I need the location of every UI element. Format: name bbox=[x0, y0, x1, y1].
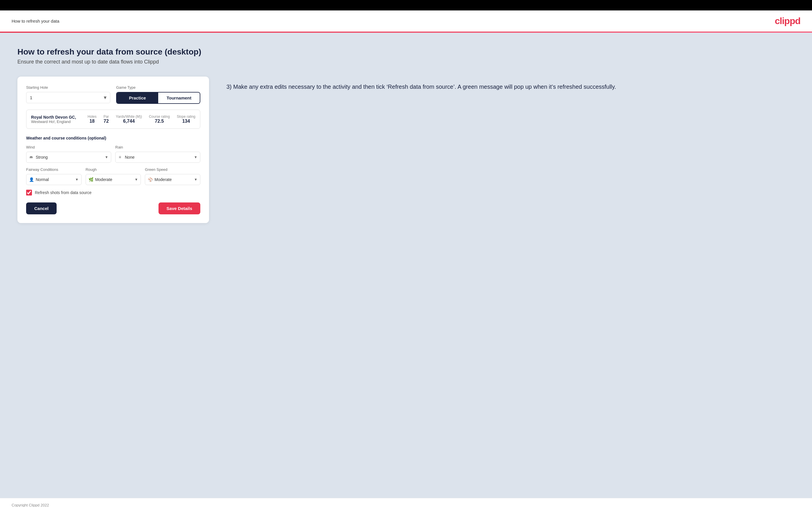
page-subtitle: Ensure the correct and most up to date d… bbox=[17, 59, 795, 65]
game-type-toggle: Practice Tournament bbox=[116, 92, 200, 104]
rain-select[interactable]: None Light Heavy bbox=[115, 152, 200, 163]
par-value: 72 bbox=[103, 119, 109, 124]
form-buttons: Cancel Save Details bbox=[26, 203, 200, 214]
green-speed-label: Green Speed bbox=[145, 167, 200, 172]
refresh-checkbox[interactable] bbox=[26, 190, 32, 195]
page-breadcrumb: How to refresh your data bbox=[12, 18, 59, 23]
rough-select[interactable]: Moderate Light Heavy bbox=[86, 174, 141, 185]
rain-label: Rain bbox=[115, 145, 200, 149]
yards-stat: Yards/White (M)) 6,744 bbox=[116, 115, 142, 124]
footer: Copyright Clippd 2022 bbox=[0, 498, 812, 507]
holes-label: Holes bbox=[88, 115, 97, 119]
yards-value: 6,744 bbox=[116, 119, 142, 124]
fairway-group: Fairway Conditions 👤 Normal Soft Hard ▼ bbox=[26, 167, 82, 185]
course-rating-stat: Course rating 72.5 bbox=[149, 115, 170, 124]
slope-rating-stat: Slope rating 134 bbox=[177, 115, 195, 124]
save-button[interactable]: Save Details bbox=[158, 203, 200, 214]
rough-label: Rough bbox=[86, 167, 141, 172]
cancel-button[interactable]: Cancel bbox=[26, 203, 57, 214]
fairway-select[interactable]: Normal Soft Hard bbox=[26, 174, 82, 185]
rain-group: Rain ☀ None Light Heavy ▼ bbox=[115, 145, 200, 163]
side-instruction: 3) Make any extra edits necessary to the… bbox=[226, 76, 795, 91]
wind-group: Wind 🌧 Strong Light None ▼ bbox=[26, 145, 111, 163]
course-row: Royal North Devon GC, Westward Ho!, Engl… bbox=[26, 110, 200, 129]
logo: clippd bbox=[775, 16, 800, 26]
course-stats: Holes 18 Par 72 Yards/White (M)) 6,744 C… bbox=[88, 115, 195, 124]
refresh-checkbox-row: Refresh shots from data source bbox=[26, 190, 200, 195]
starting-hole-label: Starting Hole bbox=[26, 85, 110, 90]
copyright-text: Copyright Clippd 2022 bbox=[12, 503, 49, 507]
page-title: How to refresh your data from source (de… bbox=[17, 47, 795, 57]
holes-stat: Holes 18 bbox=[88, 115, 97, 124]
course-name: Royal North Devon GC, bbox=[31, 115, 82, 119]
refresh-checkbox-label[interactable]: Refresh shots from data source bbox=[35, 190, 92, 195]
wind-select[interactable]: Strong Light None bbox=[26, 152, 111, 163]
course-info: Royal North Devon GC, Westward Ho!, Engl… bbox=[31, 115, 82, 124]
course-rating-value: 72.5 bbox=[149, 119, 170, 124]
course-rating-label: Course rating bbox=[149, 115, 170, 119]
starting-hole-select[interactable]: 1 10 bbox=[26, 92, 110, 103]
conditions-section-label: Weather and course conditions (optional) bbox=[26, 136, 200, 140]
holes-value: 18 bbox=[88, 119, 97, 124]
tournament-button[interactable]: Tournament bbox=[158, 93, 200, 103]
green-speed-select[interactable]: Moderate Slow Fast bbox=[145, 174, 200, 185]
slope-rating-value: 134 bbox=[177, 119, 195, 124]
rough-group: Rough 🌿 Moderate Light Heavy ▼ bbox=[86, 167, 141, 185]
wind-label: Wind bbox=[26, 145, 111, 149]
slope-rating-label: Slope rating bbox=[177, 115, 195, 119]
yards-label: Yards/White (M)) bbox=[116, 115, 142, 119]
par-stat: Par 72 bbox=[103, 115, 109, 124]
game-type-label: Game Type bbox=[116, 85, 200, 90]
edit-form-card: Starting Hole 1 10 ▼ Game Type Practice … bbox=[17, 76, 209, 223]
par-label: Par bbox=[103, 115, 109, 119]
green-speed-group: Green Speed ⚾ Moderate Slow Fast ▼ bbox=[145, 167, 200, 185]
fairway-label: Fairway Conditions bbox=[26, 167, 82, 172]
side-instruction-text: 3) Make any extra edits necessary to the… bbox=[226, 82, 795, 91]
practice-button[interactable]: Practice bbox=[117, 93, 158, 103]
course-location: Westward Ho!, England bbox=[31, 119, 82, 124]
